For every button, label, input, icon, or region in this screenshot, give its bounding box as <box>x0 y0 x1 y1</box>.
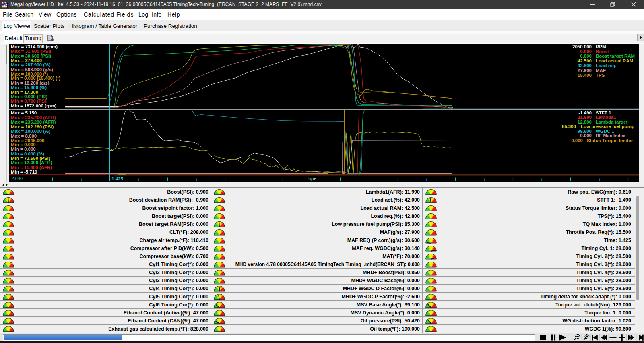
svg-text:Load actual RAM: Load actual RAM <box>596 58 633 63</box>
svg-text:-1.490: -1.490 <box>578 110 592 115</box>
svg-text:Min = 0.000: Min = 0.000 <box>11 142 36 147</box>
svg-text:15.400: 15.400 <box>578 73 592 78</box>
svg-text:0.900: 0.900 <box>580 49 592 54</box>
svg-text:Max = 235.200 (AFR): Max = 235.200 (AFR) <box>11 115 56 120</box>
svg-text:Min = 12.000 (AFR): Min = 12.000 (AFR) <box>11 160 52 165</box>
svg-text:Max = 235.200 (AFR): Max = 235.200 (AFR) <box>11 120 56 124</box>
svg-text:Max = 102.260 (PSI): Max = 102.260 (PSI) <box>11 124 54 129</box>
svg-text:Min = 15.800 (%): Min = 15.800 (%) <box>11 85 47 90</box>
svg-text:MAF: MAF <box>596 68 606 73</box>
svg-text:85.300: 85.300 <box>562 124 576 129</box>
svg-text:Min = 18.200 (g/s): Min = 18.200 (g/s) <box>11 81 50 85</box>
svg-text:Max = 31.600 (PSI): Max = 31.600 (PSI) <box>11 49 51 54</box>
svg-text:Status Torque limiter: Status Torque limiter <box>587 138 633 143</box>
svg-text:2050.000: 2050.000 <box>572 44 592 49</box>
svg-text:Low pressure fuel pump: Low pressure fuel pump <box>581 124 634 129</box>
svg-text:Max = 279.400: Max = 279.400 <box>11 58 42 63</box>
svg-text:Min = 73.550 (PSI): Min = 73.550 (PSI) <box>11 156 50 161</box>
svg-text:Time: Time <box>307 176 316 181</box>
svg-text:Min = 0.000 (PSI): Min = 0.000 (PSI) <box>11 94 47 99</box>
svg-text:1.425: 1.425 <box>111 176 123 181</box>
svg-text:Min = 0.000 (%): Min = 0.000 (%) <box>11 151 44 156</box>
svg-text:Min = 1872.000 (rpm): Min = 1872.000 (rpm) <box>11 103 57 108</box>
svg-text:Max = 5.150: Max = 5.150 <box>11 110 37 115</box>
svg-text:0.000: 0.000 <box>580 133 592 138</box>
svg-text:RF Max Index: RF Max Index <box>596 133 626 138</box>
svg-text:Min = 0.700 (PSI): Min = 0.700 (PSI) <box>11 99 47 103</box>
svg-text:99.600: 99.600 <box>578 129 592 134</box>
svg-text:Max = 568.900 (g/s): Max = 568.900 (g/s) <box>11 67 53 72</box>
svg-text:27.900: 27.900 <box>578 68 592 73</box>
svg-text:Boost target RAM: Boost target RAM <box>596 54 635 58</box>
svg-text:Min = 17.300: Min = 17.300 <box>11 90 38 95</box>
svg-text:TPS: TPS <box>596 73 605 78</box>
svg-text:-2.040: -2.040 <box>10 176 23 181</box>
svg-text:11.990: 11.990 <box>578 115 592 120</box>
svg-text:STFT 1: STFT 1 <box>596 110 611 115</box>
svg-text:RPM: RPM <box>596 44 606 49</box>
svg-text:Lambda1: Lambda1 <box>596 115 616 120</box>
svg-text:42.500: 42.500 <box>578 58 592 63</box>
svg-text:Max = 100.000 (%): Max = 100.000 (%) <box>11 129 50 134</box>
svg-text:12.000: 12.000 <box>578 120 592 124</box>
svg-text:Boost: Boost <box>596 49 609 54</box>
svg-text:Min = 11.600 (AFR): Min = 11.600 (AFR) <box>11 165 52 170</box>
svg-text:0.000: 0.000 <box>571 138 583 143</box>
svg-text:Max = 7314.000 (rpm): Max = 7314.000 (rpm) <box>11 44 58 49</box>
svg-text:Max = 30.600 (PSI): Max = 30.600 (PSI) <box>11 54 51 58</box>
svg-text:Max = 287.900 (%): Max = 287.900 (%) <box>11 62 50 67</box>
svg-text:Max = 8.000: Max = 8.000 <box>11 134 37 138</box>
svg-text:Min = 0.000 [15.400] (*): Min = 0.000 [15.400] (*) <box>11 76 60 81</box>
svg-text:Lambda target: Lambda target <box>596 120 627 124</box>
svg-text:Min = -5.710: Min = -5.710 <box>11 169 37 174</box>
svg-text:Load req.: Load req. <box>596 63 617 68</box>
svg-text:Min = 0.000: Min = 0.000 <box>11 147 36 151</box>
svg-text:42.800: 42.800 <box>578 63 592 68</box>
svg-text:WGDC 1: WGDC 1 <box>596 129 615 134</box>
svg-text:0.000: 0.000 <box>580 54 592 58</box>
